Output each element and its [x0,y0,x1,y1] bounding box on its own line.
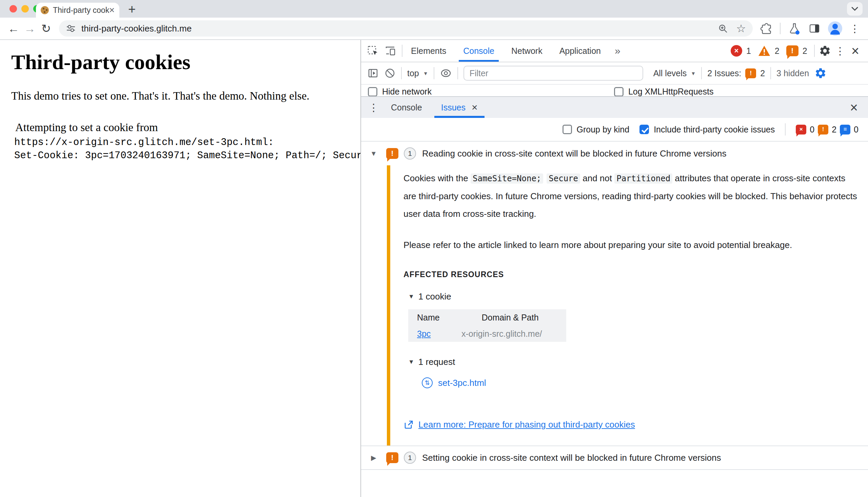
expand-triangle-icon[interactable]: ▼ [408,293,414,300]
warning-count-icon[interactable] [758,45,771,57]
browser-toolbar: ← → ↻ third-party-cookies.glitch.me ☆ ⋮ [0,18,868,40]
issue-paragraph-1: Cookies with the SameSite=None;Secure an… [403,169,858,223]
frame-cookie-log: https://x-origin-src.glitch.me/set-3pc.h… [14,136,360,162]
frame-intro-text: Attempting to set a cookie from [15,121,360,134]
reload-button[interactable]: ↻ [38,22,54,35]
request-file-link[interactable]: set-3pc.html [438,378,486,388]
frame-url-line: https://x-origin-src.glitch.me/set-3pc.h… [14,137,274,148]
request-group-toggle[interactable]: ▼ 1 request [408,357,858,367]
device-toolbar-icon[interactable] [384,45,396,57]
clear-console-icon[interactable] [384,68,396,79]
log-xhr-checkbox[interactable] [614,87,623,97]
drawer-tab-issues[interactable]: Issues × [432,97,487,118]
zoom-icon[interactable] [718,23,728,33]
cookie-name-link[interactable]: 3pc [417,329,431,339]
bookmark-star-icon[interactable]: ☆ [736,22,746,35]
learn-more-link[interactable]: Learn more: Prepare for phasing out thir… [418,420,635,430]
issues-counter-button[interactable]: 2 Issues: ! 2 [707,68,765,78]
log-xhr-checkbox-item[interactable]: Log XMLHttpRequests [614,87,714,96]
inspect-element-icon[interactable] [367,45,379,57]
back-button[interactable]: ← [5,22,22,35]
log-level-selector[interactable]: All levels ▼ [653,68,696,78]
chevron-down-icon: ▼ [691,70,696,76]
issue-count-pill: 1 [404,147,416,159]
issues-count: 2 [802,46,807,56]
browser-tab[interactable]: Third-party cookies × [36,3,119,18]
request-link-item[interactable]: ⇅ set-3pc.html [422,378,858,388]
cookie-group-toggle[interactable]: ▼ 1 cookie [408,292,858,302]
drawer-tab-label: Console [391,103,422,113]
issue-title[interactable]: Setting cookie in cross-site context wil… [422,453,721,463]
tab-application[interactable]: Application [551,40,609,62]
execution-context-selector[interactable]: top ▼ [407,68,428,78]
request-group-label: 1 request [418,357,455,367]
group-by-kind-item[interactable]: Group by kind [563,125,630,134]
issue-row-setting-cookie[interactable]: ▶ ! 1 Setting cookie in cross-site conte… [361,446,868,470]
learn-more-row: Learn more: Prepare for phasing out thir… [403,420,858,430]
tab-elements[interactable]: Elements [402,40,455,62]
drawer-menu-kebab-icon[interactable]: ⋮ [366,102,382,113]
tab-network[interactable]: Network [503,40,551,62]
flask-badge-dot [796,30,799,34]
live-expression-eye-icon[interactable] [440,68,452,78]
issues-count-icon[interactable]: ! [786,45,799,56]
minimize-window-button[interactable] [22,5,29,13]
devtools-status-counters: × 1 2 ! 2 ⋮ × [731,43,868,59]
issue-bang: ! [750,70,752,77]
issue-count-pill: 1 [404,452,416,464]
group-by-kind-checkbox[interactable] [563,125,572,134]
drawer-close-icon[interactable]: × [850,100,863,115]
url-text[interactable]: third-party-cookies.glitch.me [81,23,192,34]
new-tab-button[interactable]: + [128,2,136,17]
devtools-panel: Elements Console Network Application » ×… [360,40,868,497]
badge-glyph: × [799,126,803,133]
toolbar-divider [401,67,402,79]
toolbar-divider [701,67,702,79]
devtools-menu-kebab-icon[interactable]: ⋮ [835,45,845,57]
side-panel-icon[interactable] [808,23,821,34]
site-info-icon[interactable] [66,23,76,33]
hidden-messages-label[interactable]: 3 hidden [776,68,809,78]
tab-console[interactable]: Console [455,40,503,62]
group-by-kind-label: Group by kind [577,125,630,134]
more-tabs-icon[interactable]: » [609,45,626,57]
devtools-close-icon[interactable]: × [849,43,861,59]
console-settings-gear-icon[interactable] [814,67,827,79]
experiments-flask-icon[interactable] [788,22,801,35]
issue-title[interactable]: Reading cookie in cross-site context wil… [422,148,726,159]
hide-network-checkbox-item[interactable]: Hide network [368,87,432,96]
extensions-icon[interactable] [760,23,772,34]
collapsed-triangle-icon[interactable]: ▶ [367,454,381,462]
devtools-drawer: ⋮ Console Issues × × Group by kind Inclu… [361,96,868,497]
issue-bang: ! [391,149,393,158]
tab-close-icon[interactable]: × [109,5,114,15]
include-third-party-item[interactable]: Include third-party cookie issues [639,125,775,134]
affected-resources-heading: AFFECTED RESOURCES [403,270,858,279]
page-title: Third-party cookies [11,50,360,74]
error-count-icon[interactable]: × [731,45,742,57]
browser-menu-kebab-icon[interactable]: ⋮ [850,23,860,34]
close-window-button[interactable] [10,5,17,13]
affected-cookies-table: Name Domain & Path 3pc x-origin-src.glit… [408,309,566,342]
forward-button[interactable]: → [22,22,38,35]
include-third-party-checkbox[interactable] [639,125,649,134]
console-toolbar: top ▼ All levels ▼ 2 Issues: ! 2 3 hidde… [361,62,868,85]
console-sidebar-toggle-icon[interactable] [367,68,379,79]
tab-search-chevron-button[interactable] [847,2,863,16]
issue-row-reading-cookie[interactable]: ▼ ! 1 Reading cookie in cross-site conte… [361,142,868,165]
expand-triangle-icon[interactable]: ▼ [408,358,414,366]
issues-toolbar: Group by kind Include third-party cookie… [361,118,868,142]
settings-gear-icon[interactable] [819,45,831,57]
console-filter-input[interactable] [464,66,643,81]
address-bar[interactable]: third-party-cookies.glitch.me ☆ [59,20,753,37]
drawer-tab-close-icon[interactable]: × [472,102,478,113]
expand-triangle-icon[interactable]: ▼ [367,150,381,158]
network-request-icon: ⇅ [422,378,433,388]
hide-network-checkbox[interactable] [368,87,377,97]
context-label: top [407,68,419,78]
issue-bubble-icon: ! [745,68,756,78]
drawer-tab-console[interactable]: Console [382,97,432,118]
profile-avatar[interactable] [828,22,842,36]
page-description: This demo tries to set one. That's it. T… [11,90,360,102]
issues-chip-count: 2 [760,68,765,78]
